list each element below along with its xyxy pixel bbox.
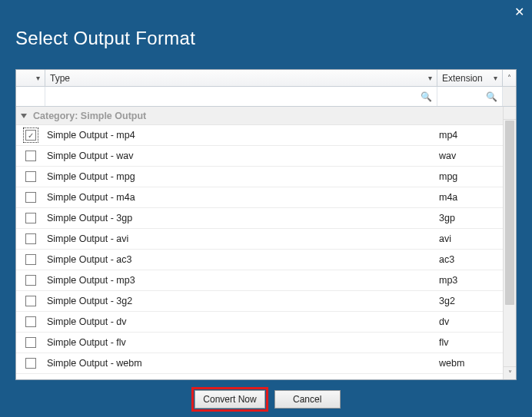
table-row[interactable]: Simple Output - m4am4a (16, 187, 503, 208)
dialog-window: ✕ Select Output Format ▾ Type ▾ Extensio… (0, 0, 532, 417)
grid-body: Category: Simple Output ✓Simple Output -… (16, 107, 516, 379)
table-row[interactable]: Simple Output - flvflv (16, 333, 503, 353)
column-header-extension-label: Extension (442, 73, 483, 84)
row-checkbox-cell (16, 192, 45, 203)
convert-now-button[interactable]: Convert Now (195, 390, 264, 409)
table-row[interactable]: Simple Output - 3gp3gp (16, 208, 503, 229)
row-checkbox[interactable] (25, 151, 36, 161)
scroll-up-button[interactable] (504, 107, 516, 120)
chevron-down-icon[interactable]: ▾ (494, 74, 497, 82)
row-extension-cell: mp3 (437, 275, 503, 286)
row-type-cell: Simple Output - m4a (45, 192, 437, 203)
row-extension-cell: ac3 (437, 254, 503, 265)
group-row-simple-output[interactable]: Category: Simple Output (16, 107, 503, 125)
table-row[interactable]: Simple Output - mp3mp3 (16, 270, 503, 291)
row-extension-cell: 3g2 (437, 296, 503, 306)
row-type-cell: Simple Output - 3gp (45, 213, 437, 223)
row-checkbox[interactable]: ✓ (25, 130, 36, 141)
row-checkbox[interactable] (25, 254, 36, 265)
scrollbar-thumb[interactable] (505, 121, 514, 305)
column-header-row: ▾ Type ▾ Extension ▾ ˄ (16, 70, 516, 87)
column-header-scroll-spacer: ˄ (503, 70, 516, 86)
row-extension-cell: mpg (437, 171, 503, 182)
filter-row: 🔍 🔍 (16, 87, 516, 107)
row-checkbox-cell (16, 254, 45, 265)
table-row[interactable]: Simple Output - ac3ac3 (16, 250, 503, 270)
row-checkbox-cell (16, 337, 45, 348)
group-row-label: Category: Simple Output (33, 111, 146, 121)
titlebar: ✕ (0, 0, 532, 23)
filter-cell-type[interactable]: 🔍 (45, 87, 437, 106)
row-extension-cell: 3gp (437, 213, 503, 223)
table-row[interactable]: Simple Output - 3g23g2 (16, 291, 503, 312)
dialog-footer: Convert Now Cancel (0, 382, 532, 417)
row-type-cell: Simple Output - mp3 (45, 275, 437, 286)
row-extension-cell: flv (437, 337, 503, 348)
row-type-cell: Simple Output - dv (45, 316, 437, 327)
row-checkbox-cell (16, 358, 45, 369)
row-checkbox[interactable] (25, 213, 36, 223)
row-type-cell: Simple Output - mp4 (45, 130, 437, 141)
vertical-scrollbar[interactable]: ˅ (503, 107, 516, 379)
row-checkbox[interactable] (25, 233, 36, 244)
table-row[interactable]: Simple Output - dvdv (16, 312, 503, 333)
row-checkbox-cell: ✓ (16, 130, 45, 141)
column-header-checkbox[interactable]: ▾ (16, 70, 45, 86)
filter-cell-checkbox[interactable] (16, 87, 45, 106)
table-row[interactable]: Simple Output - wavwav (16, 146, 503, 167)
row-checkbox[interactable] (25, 192, 36, 203)
row-type-cell: Simple Output - wav (45, 151, 437, 161)
row-extension-cell: mp4 (437, 130, 503, 141)
filter-cell-extension[interactable]: 🔍 (437, 87, 503, 106)
row-checkbox-cell (16, 233, 45, 244)
row-checkbox[interactable] (25, 296, 36, 306)
row-checkbox[interactable] (25, 337, 36, 348)
column-header-type[interactable]: Type ▾ (45, 70, 437, 86)
row-extension-cell: avi (437, 233, 503, 244)
close-icon[interactable]: ✕ (514, 5, 524, 19)
row-checkbox[interactable] (25, 171, 36, 182)
row-checkbox[interactable] (25, 358, 36, 369)
row-type-cell: Simple Output - flv (45, 337, 437, 348)
row-extension-cell: webm (437, 358, 503, 369)
expand-collapse-icon[interactable] (21, 114, 27, 118)
grid-panel: ▾ Type ▾ Extension ▾ ˄ 🔍 🔍 (15, 69, 517, 380)
table-row[interactable]: Simple Output - aviavi (16, 229, 503, 250)
row-checkbox-cell (16, 171, 45, 182)
dialog-header: Select Output Format (0, 23, 532, 60)
chevron-down-icon[interactable]: ▾ (428, 74, 432, 82)
row-checkbox-cell (16, 316, 45, 327)
filter-cell-scroll-spacer (503, 87, 516, 106)
row-type-cell: Simple Output - mpg (45, 171, 437, 182)
scroll-down-button[interactable]: ˅ (504, 366, 516, 379)
table-row[interactable]: Simple Output - mpgmpg (16, 167, 503, 187)
search-icon[interactable]: 🔍 (486, 91, 497, 102)
row-checkbox[interactable] (25, 275, 36, 286)
chevron-down-icon[interactable]: ▾ (36, 74, 40, 82)
chevron-up-icon[interactable]: ˄ (507, 74, 511, 82)
row-checkbox-cell (16, 151, 45, 161)
dialog-title: Select Output Format (15, 28, 517, 49)
row-type-cell: Simple Output - avi (45, 233, 437, 244)
table-row[interactable]: Simple Output - webmwebm (16, 353, 503, 374)
row-type-cell: Simple Output - 3g2 (45, 296, 437, 306)
search-icon[interactable]: 🔍 (421, 91, 432, 102)
row-checkbox-cell (16, 296, 45, 306)
convert-now-highlight: Convert Now (191, 387, 268, 412)
row-extension-cell: dv (437, 316, 503, 327)
row-extension-cell: m4a (437, 192, 503, 203)
grid-rows: Category: Simple Output ✓Simple Output -… (16, 107, 503, 379)
row-checkbox[interactable] (25, 316, 36, 327)
table-row[interactable]: ✓Simple Output - mp4mp4 (16, 125, 503, 146)
row-checkbox-cell (16, 275, 45, 286)
cancel-button[interactable]: Cancel (274, 390, 341, 409)
column-header-type-label: Type (50, 73, 70, 84)
row-type-cell: Simple Output - webm (45, 358, 437, 369)
row-type-cell: Simple Output - ac3 (45, 254, 437, 265)
row-extension-cell: wav (437, 151, 503, 161)
row-checkbox-cell (16, 213, 45, 223)
column-header-extension[interactable]: Extension ▾ (437, 70, 503, 86)
